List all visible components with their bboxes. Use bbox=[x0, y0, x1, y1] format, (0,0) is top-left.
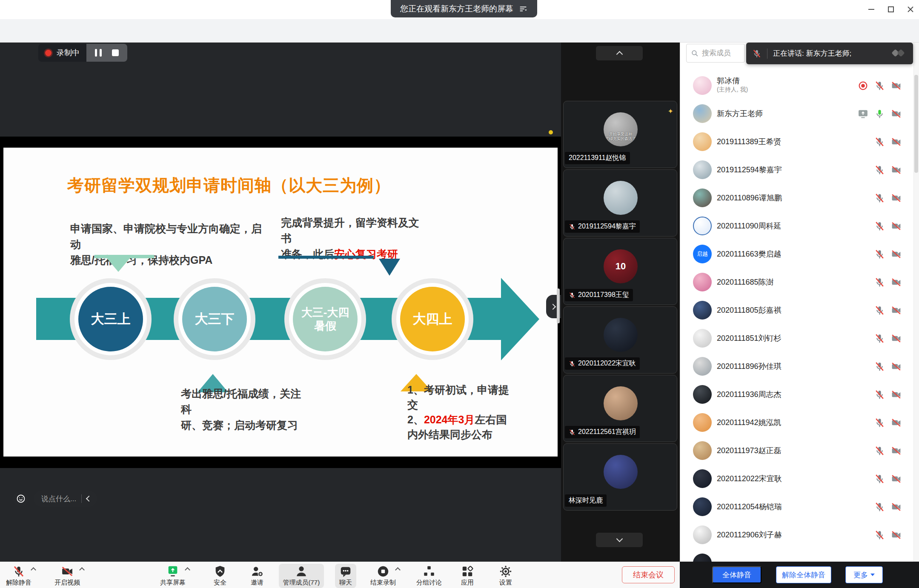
maximize-icon[interactable] bbox=[885, 3, 897, 15]
toolbar-item-stop-record[interactable]: 结束录制 bbox=[366, 564, 400, 588]
scrollbar-thumb[interactable] bbox=[914, 75, 918, 173]
emoji-button[interactable] bbox=[13, 491, 29, 507]
member-row[interactable]: 郭冰倩(主持人, 我) bbox=[680, 71, 913, 100]
collapse-chat-icon[interactable] bbox=[86, 496, 92, 502]
unmute-all-button[interactable]: 解除全体静音 bbox=[776, 566, 831, 583]
end-meeting-button[interactable]: 结束会议 bbox=[622, 566, 675, 583]
toolbar-item-label: 设置 bbox=[499, 579, 512, 587]
toolbar-item-members[interactable]: 管理成员(77) bbox=[279, 564, 324, 588]
quick-chat-input[interactable]: 说点什么... bbox=[34, 490, 97, 507]
thumbnail-name-chip: 2022112561宫祺玥 bbox=[565, 426, 640, 438]
video-thumbnail[interactable]: 林深时见鹿 bbox=[563, 443, 677, 511]
search-icon bbox=[691, 49, 699, 57]
slide-note-top-right: 完成背景提升，留学资料及文书 准备，此后安心复习考研 bbox=[281, 215, 426, 262]
member-row[interactable]: 2019112594黎嘉宇 bbox=[680, 156, 913, 184]
video-thumbnail[interactable]: 2020112022宋宜耿 bbox=[563, 306, 677, 374]
toolbar-item-start-video[interactable]: 开启视频 bbox=[50, 564, 84, 588]
mic-off-icon bbox=[874, 277, 885, 288]
scroll-videos-down-button[interactable] bbox=[596, 533, 643, 547]
member-list-scrollbar[interactable] bbox=[913, 43, 919, 562]
cam-off-icon bbox=[891, 249, 902, 260]
toolbar-item-invite[interactable]: 邀请 bbox=[246, 564, 268, 588]
scroll-videos-up-button[interactable] bbox=[596, 46, 643, 60]
toolbar-item-security[interactable]: 安全 bbox=[209, 564, 231, 588]
presentation-slide: 考研留学双规划申请时间轴（以大三为例） 申请国家、申请院校与专业方向确定，启动 … bbox=[3, 148, 558, 457]
timeline-milestone: 大三上 bbox=[78, 287, 143, 351]
member-row[interactable]: 2020111942姚泓凯 bbox=[680, 408, 913, 437]
member-avatar bbox=[693, 525, 712, 544]
video-thumbnail[interactable]: 开始享受这种忙碌充实的森活了✦2022113911赵悦锦 bbox=[563, 101, 677, 168]
member-row[interactable]: 2020112054杨铠瑞 bbox=[680, 493, 913, 521]
video-thumbnail[interactable]: 2019112594黎嘉宇 bbox=[563, 169, 677, 237]
member-row[interactable]: 新东方王老师 bbox=[680, 100, 913, 128]
member-row[interactable]: 2020111851刘钉杉 bbox=[680, 324, 913, 352]
member-row[interactable]: 2020111685陈澍 bbox=[680, 268, 913, 296]
member-row[interactable]: 启越2020111663樊启越 bbox=[680, 240, 913, 268]
cam-off-icon bbox=[891, 80, 902, 91]
toolbar-item-label: 安全 bbox=[214, 579, 226, 587]
member-avatar bbox=[693, 217, 712, 235]
toolbar-item-settings[interactable]: 设置 bbox=[495, 564, 516, 588]
participant-avatar bbox=[604, 181, 638, 215]
callout-triangle-teal bbox=[379, 259, 400, 276]
chevron-down-icon bbox=[870, 574, 875, 576]
cam-off-icon bbox=[891, 389, 902, 400]
toolbar-item-label: 应用 bbox=[461, 579, 474, 587]
banner-menu-icon[interactable] bbox=[518, 4, 528, 14]
toolbar-item-share-screen[interactable]: 共享屏幕 bbox=[156, 564, 190, 588]
member-row[interactable]: 2020111090周科延 bbox=[680, 212, 913, 240]
breakout-icon bbox=[423, 565, 435, 578]
minimize-icon[interactable] bbox=[865, 3, 878, 15]
mic-off-icon bbox=[874, 445, 885, 456]
slide-note-bottom-right: 1、考研初试，申请提 交 2、2024年3月左右国 内外结果同步公布 bbox=[407, 382, 514, 442]
member-avatar bbox=[693, 273, 712, 291]
member-row[interactable]: 2019111389王希贤 bbox=[680, 128, 913, 156]
cam-off-icon bbox=[891, 474, 902, 484]
shared-screen-letterbox: 考研留学双规划申请时间轴（以大三为例） 申请国家、申请院校与专业方向确定，启动 … bbox=[0, 137, 561, 468]
toolbar-item-breakout[interactable]: 分组讨论 bbox=[412, 564, 446, 588]
toolbar-item-chat[interactable]: 聊天 bbox=[335, 564, 356, 588]
member-avatar bbox=[693, 301, 712, 320]
share-icon bbox=[858, 108, 868, 119]
chevron-down-icon bbox=[616, 536, 623, 542]
member-avatar bbox=[693, 497, 712, 516]
cam-off-icon bbox=[891, 165, 902, 175]
mic-off-icon bbox=[874, 530, 885, 540]
callout-bar-teal bbox=[278, 256, 374, 259]
member-name: 2020111685陈澍 bbox=[717, 277, 773, 287]
member-name: 2020111973赵正磊 bbox=[717, 445, 781, 456]
video-thumbnail[interactable]: 102020117398王玺 bbox=[563, 238, 677, 305]
search-input[interactable] bbox=[702, 49, 740, 57]
speaking-toast-text: 正在讲话: 新东方王老师; bbox=[773, 49, 851, 58]
member-row[interactable]: 2020111973赵正磊 bbox=[680, 437, 913, 465]
mute-all-button[interactable]: 全体静音 bbox=[712, 566, 762, 583]
slide-title: 考研留学双规划申请时间轴（以大三为例） bbox=[67, 174, 391, 197]
participant-avatar: 开始享受这种忙碌充实的森活了 bbox=[604, 112, 638, 146]
toolbar-item-apps[interactable]: 应用 bbox=[457, 564, 478, 588]
toolbar-item-unmute[interactable]: 解除静音 bbox=[2, 564, 36, 588]
member-row[interactable]: 2020112022宋宜耿 bbox=[680, 465, 913, 493]
pause-recording-button[interactable] bbox=[95, 49, 102, 57]
mic-muted-icon bbox=[569, 223, 575, 230]
more-button[interactable]: 更多 bbox=[845, 566, 883, 583]
member-row[interactable]: 2020111805彭嘉祺 bbox=[680, 296, 913, 324]
slide-note-bottom-left: 考出雅思/托福成绩，关注科 研、竞赛；启动考研复习 bbox=[181, 386, 309, 433]
participant-avatar bbox=[604, 318, 638, 352]
stop-recording-button[interactable] bbox=[112, 49, 119, 56]
member-row[interactable]: 2020111936周志杰 bbox=[680, 380, 913, 408]
mic-off-icon bbox=[874, 193, 885, 203]
member-avatar bbox=[693, 554, 712, 562]
stage-scrollbar-thumb[interactable] bbox=[557, 288, 560, 323]
mic-off-icon bbox=[874, 165, 885, 175]
member-name: 2019112594黎嘉宇 bbox=[717, 165, 782, 175]
video-thumbnail[interactable]: 2022112561宫祺玥 bbox=[563, 375, 677, 442]
close-icon[interactable] bbox=[904, 3, 917, 15]
member-name: 2020112022宋宜耿 bbox=[717, 474, 782, 484]
viewing-screen-banner[interactable]: 您正在观看新东方王老师的屏幕 bbox=[391, 0, 537, 17]
member-search[interactable] bbox=[686, 44, 745, 63]
member-row[interactable]: 2020110896谭旭鹏 bbox=[680, 184, 913, 212]
member-row[interactable]: 2020112906刘子赫 bbox=[680, 521, 913, 549]
member-row[interactable] bbox=[680, 549, 913, 562]
member-row[interactable]: 2020111896孙佳琪 bbox=[680, 352, 913, 380]
timeline-arrow-head bbox=[501, 278, 539, 360]
